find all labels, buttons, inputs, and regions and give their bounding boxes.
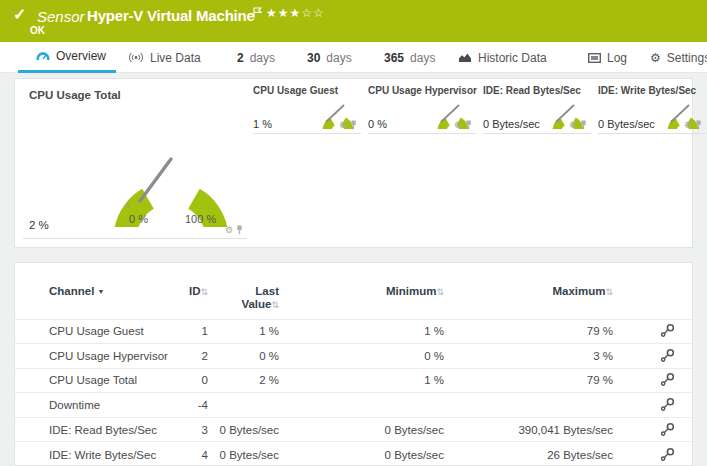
pin-icon[interactable] <box>580 120 587 130</box>
live-broadcast-icon <box>128 52 144 63</box>
column-header-channel[interactable]: Channel ▼ <box>15 263 169 319</box>
sensor-title: Hyper-V Virtual Machine <box>87 7 255 24</box>
sort-icon: ⇅ <box>200 287 208 297</box>
channel-minimum: 0 % <box>279 344 444 369</box>
tab-unit: days <box>250 51 275 65</box>
pin-icon[interactable] <box>350 120 357 130</box>
tab-label: Live Data <box>150 51 201 65</box>
gauge-value: 2 % <box>29 219 49 231</box>
channel-maximum: 26 Bytes/sec <box>444 442 613 466</box>
channel-name: CPU Usage Total <box>15 368 169 393</box>
column-header-maximum[interactable]: Maximum⇅ <box>444 263 613 319</box>
tab-number: 365 <box>384 51 404 65</box>
table-header-row: Channel ▼ ID⇅ LastValue⇅ Minimum⇅ Maximu… <box>15 263 694 319</box>
chart-icon <box>458 52 472 63</box>
tab-30-days[interactable]: 30 days <box>307 42 352 73</box>
channel-id: 3 <box>169 417 208 442</box>
pin-icon[interactable] <box>695 120 702 130</box>
pin-icon[interactable] <box>465 120 472 130</box>
gauge-settings-gear-icon[interactable]: ⚙ <box>225 226 233 235</box>
channel-last-value: 1 % <box>208 319 279 344</box>
table-row: CPU Usage Guest 1 1 % 1 % 79 % <box>15 319 694 344</box>
table-row: CPU Usage Hypervisor 2 0 % 0 % 3 % <box>15 344 694 369</box>
edit-channel-icon[interactable] <box>660 323 674 337</box>
column-header-id[interactable]: ID⇅ <box>169 263 208 319</box>
status-check-icon: ✓ <box>13 5 26 24</box>
gauge-tile-cpu-usage-total: CPU Usage Total x 0 % 100 % 2 % ⚙ <box>23 85 247 239</box>
gauge-tile-cpu-usage-hypervisor: CPU Usage Hypervisor 0 % ⚙ <box>368 85 476 134</box>
channel-id: -4 <box>169 393 208 418</box>
pin-icon[interactable] <box>236 225 243 235</box>
channel-name: CPU Usage Hypervisor <box>15 344 169 369</box>
sensor-header: ✓ Sensor Hyper-V Virtual Machine ★★★☆☆ O… <box>0 0 707 42</box>
tab-log[interactable]: Log <box>588 42 627 73</box>
table-row: IDE: Read Bytes/Sec 3 0 Bytes/sec 0 Byte… <box>15 417 694 442</box>
gauge-scale-max: 100 % <box>185 213 216 225</box>
tab-label: Overview <box>56 49 106 63</box>
tab-365-days[interactable]: 365 days <box>384 42 435 73</box>
gauge-value: 0 Bytes/sec <box>598 118 655 130</box>
tab-label: Historic Data <box>478 51 547 65</box>
channel-name: Downtime <box>15 393 169 418</box>
tab-unit: days <box>326 51 351 65</box>
channel-maximum: 79 % <box>444 319 613 344</box>
tab-label: Settings <box>667 51 707 65</box>
column-header-last-value[interactable]: LastValue⇅ <box>208 263 279 319</box>
channel-name: CPU Usage Guest <box>15 319 169 344</box>
channel-table: Channel ▼ ID⇅ LastValue⇅ Minimum⇅ Maximu… <box>15 263 694 466</box>
channel-name: IDE: Write Bytes/Sec <box>15 442 169 466</box>
gauge-dial: x <box>101 97 241 227</box>
channel-id: 1 <box>169 319 208 344</box>
tab-live-data[interactable]: Live Data <box>128 42 201 73</box>
tab-unit: days <box>410 51 435 65</box>
tab-settings[interactable]: ⚙ Settings <box>650 42 707 73</box>
channel-last-value: 0 Bytes/sec <box>208 442 279 466</box>
tab-number: 2 <box>237 51 244 65</box>
tab-historic-data[interactable]: Historic Data <box>458 42 547 73</box>
edit-channel-icon[interactable] <box>660 372 674 386</box>
tab-overview[interactable]: Overview <box>18 42 116 73</box>
gauge-settings-gear-icon[interactable]: ⚙ <box>684 121 692 130</box>
channel-id: 4 <box>169 442 208 466</box>
channel-minimum <box>279 393 444 418</box>
tab-bar: Overview Live Data 2 days 30 days 365 da… <box>0 42 707 73</box>
column-header-actions <box>613 263 694 319</box>
gauge-settings-gear-icon[interactable]: ⚙ <box>454 121 462 130</box>
channel-last-value: 0 Bytes/sec <box>208 417 279 442</box>
table-row: Downtime -4 <box>15 393 694 418</box>
gauges-panel: CPU Usage Total x 0 % 100 % 2 % ⚙ CPU Us… <box>14 78 693 248</box>
gauge-scale-min: 0 % <box>129 213 148 225</box>
channel-id: 0 <box>169 368 208 393</box>
gauge-tile-ide-write: IDE: Write Bytes/Sec 0 Bytes/sec ⚙ <box>598 85 706 134</box>
gauge-value: 1 % <box>253 118 272 130</box>
edit-channel-icon[interactable] <box>660 348 674 362</box>
gauge-settings-gear-icon[interactable]: ⚙ <box>569 121 577 130</box>
channel-minimum: 0 Bytes/sec <box>279 442 444 466</box>
object-kind-label: Sensor <box>37 8 85 25</box>
flag-icon[interactable] <box>253 4 262 22</box>
channel-maximum: 390,041 Bytes/sec <box>444 417 613 442</box>
gauge-settings-gear-icon[interactable]: ⚙ <box>339 121 347 130</box>
edit-channel-icon[interactable] <box>660 397 674 411</box>
tab-2-days[interactable]: 2 days <box>237 42 275 73</box>
priority-stars[interactable]: ★★★☆☆ <box>266 6 325 20</box>
channel-last-value <box>208 393 279 418</box>
edit-channel-icon[interactable] <box>660 447 674 461</box>
gauge-tile-ide-read: IDE: Read Bytes/Sec 0 Bytes/sec ⚙ <box>483 85 591 134</box>
sort-icon: ⇅ <box>436 287 444 297</box>
gauge-value: 0 Bytes/sec <box>483 118 540 130</box>
channel-maximum: 79 % <box>444 368 613 393</box>
channel-minimum: 0 Bytes/sec <box>279 417 444 442</box>
table-row: CPU Usage Total 0 2 % 1 % 79 % <box>15 368 694 393</box>
sort-active-icon: ▼ <box>98 288 105 295</box>
tab-label: Log <box>607 51 627 65</box>
edit-channel-icon[interactable] <box>660 422 674 436</box>
svg-text:x: x <box>126 202 130 209</box>
channel-minimum: 1 % <box>279 319 444 344</box>
log-icon <box>588 53 601 63</box>
gear-icon: ⚙ <box>650 52 661 64</box>
column-header-minimum[interactable]: Minimum⇅ <box>279 263 444 319</box>
gauge-tile-cpu-usage-guest: CPU Usage Guest 1 % ⚙ <box>253 85 361 134</box>
sort-icon: ⇅ <box>605 287 613 297</box>
channel-maximum: 3 % <box>444 344 613 369</box>
